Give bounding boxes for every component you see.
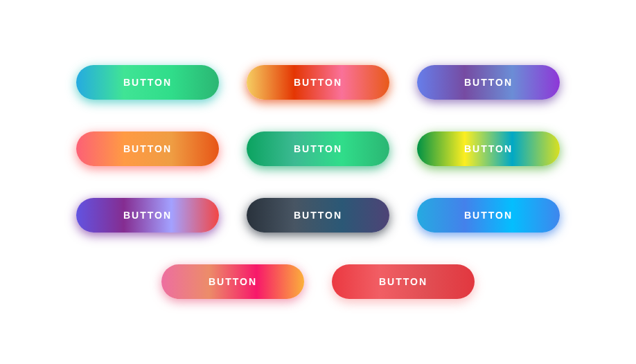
button-row-2: BUTTON BUTTON BUTTON [76,131,560,166]
gradient-button-7[interactable]: BUTTON [76,198,219,233]
gradient-button-5[interactable]: BUTTON [247,131,389,166]
button-row-4: BUTTON BUTTON [161,264,475,299]
gradient-button-2[interactable]: BUTTON [247,65,389,100]
gradient-button-9[interactable]: BUTTON [417,198,560,233]
gradient-button-4[interactable]: BUTTON [76,131,219,166]
gradient-button-6[interactable]: BUTTON [417,131,560,166]
gradient-button-11[interactable]: BUTTON [332,264,475,299]
gradient-button-1[interactable]: BUTTON [76,65,219,100]
button-row-3: BUTTON BUTTON BUTTON [76,198,560,233]
button-row-1: BUTTON BUTTON BUTTON [76,65,560,100]
gradient-button-10[interactable]: BUTTON [161,264,304,299]
gradient-button-3[interactable]: BUTTON [417,65,560,100]
gradient-button-8[interactable]: BUTTON [247,198,389,233]
